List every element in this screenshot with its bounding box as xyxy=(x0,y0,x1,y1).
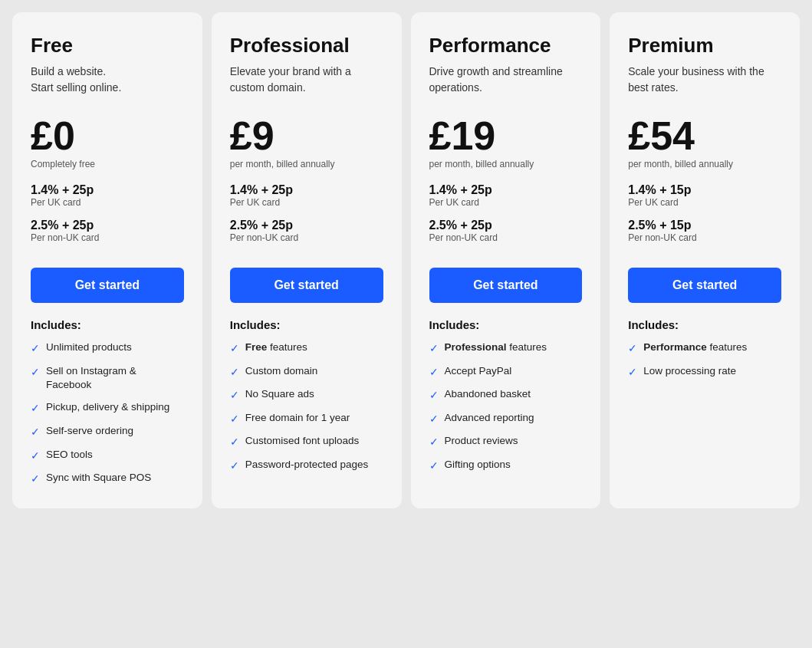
uk-rate-amount-free: 1.4% + 25p xyxy=(31,183,184,197)
check-icon: ✓ xyxy=(628,341,637,357)
feature-list-professional: ✓Free features✓Custom domain✓No Square a… xyxy=(230,340,383,474)
feature-list-free: ✓Unlimited products✓Sell on Instagram & … xyxy=(31,340,184,487)
plan-price-performance: £19 xyxy=(429,116,583,156)
list-item: ✓Accept PayPal xyxy=(429,364,583,380)
feature-text: Product reviews xyxy=(445,434,518,449)
check-icon: ✓ xyxy=(31,365,40,380)
plan-billing-free: Completely free xyxy=(31,159,184,169)
uk-rate-label-free: Per UK card xyxy=(31,197,184,208)
get-started-button-free[interactable]: Get started xyxy=(31,268,184,303)
includes-label-performance: Includes: xyxy=(429,318,583,331)
get-started-button-professional[interactable]: Get started xyxy=(230,268,383,303)
includes-label-premium: Includes: xyxy=(628,318,781,331)
plan-name-premium: Premium xyxy=(628,34,781,58)
check-icon: ✓ xyxy=(429,388,439,403)
plan-description-premium: Scale your business with the best rates. xyxy=(628,64,781,100)
list-item: ✓Sell on Instagram & Facebook xyxy=(31,364,184,393)
plan-card-free: FreeBuild a website.Start selling online… xyxy=(12,12,202,508)
feature-list-performance: ✓Professional features✓Accept PayPal✓Aba… xyxy=(429,340,583,474)
non-uk-rate-label-premium: Per non-UK card xyxy=(628,232,781,243)
feature-text: Abandoned basket xyxy=(445,387,531,402)
feature-text: Pickup, delivery & shipping xyxy=(46,400,169,415)
uk-rate-label-premium: Per UK card xyxy=(628,197,781,208)
check-icon: ✓ xyxy=(230,459,239,474)
includes-label-professional: Includes: xyxy=(230,318,383,331)
uk-rate-label-professional: Per UK card xyxy=(230,197,383,208)
list-item: ✓Free features xyxy=(230,340,383,357)
check-icon: ✓ xyxy=(31,401,40,416)
list-item: ✓Password-protected pages xyxy=(230,458,383,474)
list-item: ✓No Square ads xyxy=(230,387,383,403)
check-icon: ✓ xyxy=(230,365,239,380)
plan-description-free: Build a website.Start selling online. xyxy=(31,64,184,100)
check-icon: ✓ xyxy=(628,365,637,380)
check-icon: ✓ xyxy=(31,449,40,464)
plan-name-free: Free xyxy=(31,34,184,58)
uk-rate-amount-premium: 1.4% + 15p xyxy=(628,183,781,197)
feature-text: Accept PayPal xyxy=(445,364,512,379)
non-uk-rate-amount-premium: 2.5% + 15p xyxy=(628,219,781,232)
list-item: ✓Gifting options xyxy=(429,458,583,474)
plan-description-performance: Drive growth and streamline operations. xyxy=(429,64,583,100)
feature-text: Self-serve ordering xyxy=(46,424,133,439)
plan-card-professional: ProfessionalElevate your brand with a cu… xyxy=(212,12,402,508)
plan-name-performance: Performance xyxy=(429,34,583,58)
plan-billing-performance: per month, billed annually xyxy=(429,159,583,169)
check-icon: ✓ xyxy=(31,425,40,440)
uk-rate-amount-professional: 1.4% + 25p xyxy=(230,183,383,197)
list-item: ✓Unlimited products xyxy=(31,340,184,357)
check-icon: ✓ xyxy=(429,459,439,474)
list-item: ✓Self-serve ordering xyxy=(31,424,184,440)
plan-price-free: £0 xyxy=(31,116,184,156)
plan-price-professional: £9 xyxy=(230,116,383,156)
non-uk-rate-label-free: Per non-UK card xyxy=(31,232,184,243)
feature-text: Sell on Instagram & Facebook xyxy=(46,364,184,393)
feature-text: SEO tools xyxy=(46,448,93,462)
feature-text: No Square ads xyxy=(245,387,314,402)
plan-card-premium: PremiumScale your business with the best… xyxy=(610,12,800,508)
uk-rate-label-performance: Per UK card xyxy=(429,197,583,208)
list-item: ✓Low processing rate xyxy=(628,364,781,380)
check-icon: ✓ xyxy=(230,435,239,450)
check-icon: ✓ xyxy=(230,388,239,403)
check-icon: ✓ xyxy=(31,341,40,357)
feature-text: Sync with Square POS xyxy=(46,471,151,485)
check-icon: ✓ xyxy=(230,412,239,427)
feature-text: Unlimited products xyxy=(46,340,132,355)
plan-description-professional: Elevate your brand with a custom domain. xyxy=(230,64,383,100)
check-icon: ✓ xyxy=(429,341,439,357)
plan-billing-premium: per month, billed annually xyxy=(628,159,781,169)
list-item: ✓Advanced reporting xyxy=(429,411,583,427)
plan-billing-professional: per month, billed annually xyxy=(230,159,383,169)
feature-text: Low processing rate xyxy=(643,364,736,379)
list-item: ✓Customised font uploads xyxy=(230,434,383,450)
feature-list-premium: ✓Performance features✓Low processing rat… xyxy=(628,340,781,380)
non-uk-rate-amount-free: 2.5% + 25p xyxy=(31,219,184,232)
includes-label-free: Includes: xyxy=(31,318,184,331)
feature-text: Advanced reporting xyxy=(445,411,534,426)
non-uk-rate-amount-performance: 2.5% + 25p xyxy=(429,219,583,232)
non-uk-rate-amount-professional: 2.5% + 25p xyxy=(230,219,383,232)
list-item: ✓Pickup, delivery & shipping xyxy=(31,400,184,416)
get-started-button-premium[interactable]: Get started xyxy=(628,268,781,303)
feature-text: Professional features xyxy=(445,340,547,355)
list-item: ✓Professional features xyxy=(429,340,583,357)
plan-card-performance: PerformanceDrive growth and streamline o… xyxy=(411,12,601,508)
get-started-button-performance[interactable]: Get started xyxy=(429,268,583,303)
feature-text: Free features xyxy=(245,340,307,355)
list-item: ✓SEO tools xyxy=(31,448,184,464)
plan-name-professional: Professional xyxy=(230,34,383,58)
check-icon: ✓ xyxy=(31,472,40,487)
feature-text: Customised font uploads xyxy=(245,434,360,449)
feature-text: Password-protected pages xyxy=(245,458,369,472)
feature-text: Gifting options xyxy=(445,458,511,472)
uk-rate-amount-performance: 1.4% + 25p xyxy=(429,183,583,197)
plans-container: FreeBuild a website.Start selling online… xyxy=(12,12,800,508)
feature-text: Performance features xyxy=(643,340,747,355)
list-item: ✓Performance features xyxy=(628,340,781,357)
check-icon: ✓ xyxy=(230,341,239,357)
list-item: ✓Product reviews xyxy=(429,434,583,450)
list-item: ✓Abandoned basket xyxy=(429,387,583,403)
plan-price-premium: £54 xyxy=(628,116,781,156)
list-item: ✓Sync with Square POS xyxy=(31,471,184,487)
